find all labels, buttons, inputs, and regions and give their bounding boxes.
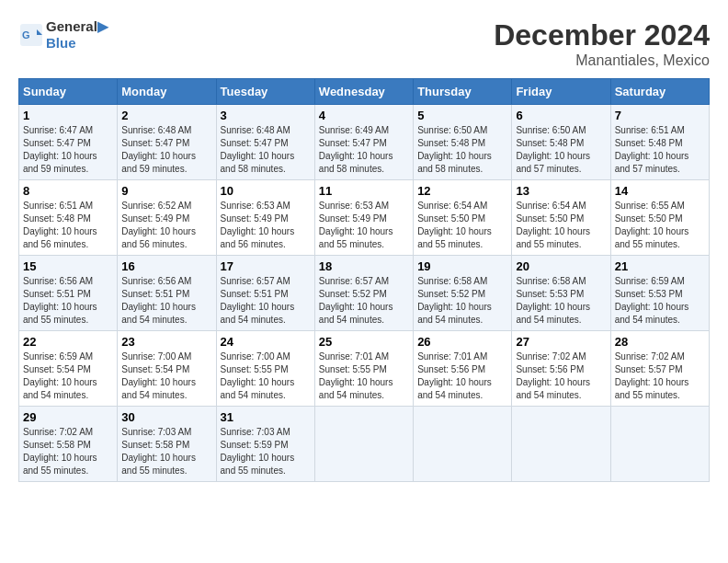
col-wednesday: Wednesday bbox=[314, 79, 413, 105]
table-row: 30 Sunrise: 7:03 AMSunset: 5:58 PMDaylig… bbox=[118, 407, 216, 482]
day-info: Sunrise: 6:59 AMSunset: 5:54 PMDaylight:… bbox=[23, 351, 97, 400]
day-number: 31 bbox=[221, 410, 311, 424]
day-info: Sunrise: 7:01 AMSunset: 5:55 PMDaylight:… bbox=[319, 351, 393, 400]
table-row: 12 Sunrise: 6:54 AMSunset: 5:50 PMDaylig… bbox=[414, 180, 512, 256]
calendar-week-row: 8 Sunrise: 6:51 AMSunset: 5:48 PMDayligh… bbox=[19, 180, 710, 256]
table-row: 4 Sunrise: 6:49 AMSunset: 5:47 PMDayligh… bbox=[314, 105, 413, 180]
svg-text:G: G bbox=[22, 29, 30, 40]
day-number: 3 bbox=[221, 109, 311, 122]
day-info: Sunrise: 6:50 AMSunset: 5:48 PMDaylight:… bbox=[417, 125, 492, 174]
day-number: 28 bbox=[615, 335, 705, 349]
day-info: Sunrise: 6:48 AMSunset: 5:47 PMDaylight:… bbox=[121, 125, 196, 174]
day-number: 7 bbox=[615, 109, 705, 122]
table-row: 17 Sunrise: 6:57 AMSunset: 5:51 PMDaylig… bbox=[216, 256, 314, 331]
day-info: Sunrise: 6:51 AMSunset: 5:48 PMDaylight:… bbox=[23, 201, 97, 249]
calendar-week-row: 1 Sunrise: 6:47 AMSunset: 5:47 PMDayligh… bbox=[19, 105, 710, 180]
day-info: Sunrise: 6:47 AMSunset: 5:47 PMDaylight:… bbox=[23, 125, 97, 174]
table-row: 20 Sunrise: 6:58 AMSunset: 5:53 PMDaylig… bbox=[512, 256, 610, 331]
day-number: 2 bbox=[121, 109, 211, 122]
day-info: Sunrise: 6:52 AMSunset: 5:49 PMDaylight:… bbox=[121, 201, 196, 249]
page-header: G General▶ Blue December 2024 Manantiale… bbox=[18, 18, 710, 69]
table-row: 5 Sunrise: 6:50 AMSunset: 5:48 PMDayligh… bbox=[414, 105, 512, 180]
day-info: Sunrise: 6:54 AMSunset: 5:50 PMDaylight:… bbox=[516, 201, 590, 249]
table-row: 15 Sunrise: 6:56 AMSunset: 5:51 PMDaylig… bbox=[19, 256, 118, 331]
page-subtitle: Manantiales, Mexico bbox=[494, 52, 710, 69]
table-row bbox=[512, 407, 610, 482]
table-row: 22 Sunrise: 6:59 AMSunset: 5:54 PMDaylig… bbox=[19, 331, 118, 407]
day-number: 26 bbox=[417, 335, 507, 349]
day-number: 23 bbox=[121, 335, 211, 349]
day-info: Sunrise: 7:03 AMSunset: 5:58 PMDaylight:… bbox=[121, 427, 196, 476]
table-row: 6 Sunrise: 6:50 AMSunset: 5:48 PMDayligh… bbox=[512, 105, 610, 180]
table-row: 16 Sunrise: 6:56 AMSunset: 5:51 PMDaylig… bbox=[118, 256, 216, 331]
col-friday: Friday bbox=[512, 79, 610, 105]
day-info: Sunrise: 6:58 AMSunset: 5:52 PMDaylight:… bbox=[417, 276, 492, 325]
day-number: 24 bbox=[221, 335, 311, 349]
day-info: Sunrise: 7:02 AMSunset: 5:58 PMDaylight:… bbox=[23, 427, 97, 476]
day-number: 27 bbox=[516, 335, 606, 349]
col-sunday: Sunday bbox=[19, 79, 118, 105]
day-info: Sunrise: 7:01 AMSunset: 5:56 PMDaylight:… bbox=[417, 351, 492, 400]
col-tuesday: Tuesday bbox=[216, 79, 314, 105]
table-row: 25 Sunrise: 7:01 AMSunset: 5:55 PMDaylig… bbox=[314, 331, 413, 407]
day-info: Sunrise: 6:55 AMSunset: 5:50 PMDaylight:… bbox=[615, 201, 689, 249]
day-number: 6 bbox=[516, 109, 606, 122]
day-info: Sunrise: 6:53 AMSunset: 5:49 PMDaylight:… bbox=[221, 201, 295, 249]
day-number: 19 bbox=[417, 259, 507, 273]
day-info: Sunrise: 6:50 AMSunset: 5:48 PMDaylight:… bbox=[516, 125, 590, 174]
day-number: 15 bbox=[23, 259, 113, 273]
table-row: 9 Sunrise: 6:52 AMSunset: 5:49 PMDayligh… bbox=[118, 180, 216, 256]
table-row: 10 Sunrise: 6:53 AMSunset: 5:49 PMDaylig… bbox=[216, 180, 314, 256]
day-info: Sunrise: 7:02 AMSunset: 5:57 PMDaylight:… bbox=[615, 351, 689, 400]
table-row: 1 Sunrise: 6:47 AMSunset: 5:47 PMDayligh… bbox=[19, 105, 118, 180]
day-number: 11 bbox=[319, 184, 409, 198]
logo: G General▶ Blue bbox=[18, 18, 108, 51]
day-info: Sunrise: 7:00 AMSunset: 5:55 PMDaylight:… bbox=[221, 351, 295, 400]
day-number: 22 bbox=[23, 335, 113, 349]
calendar-header-row: Sunday Monday Tuesday Wednesday Thursday… bbox=[19, 79, 710, 105]
table-row: 28 Sunrise: 7:02 AMSunset: 5:57 PMDaylig… bbox=[610, 331, 709, 407]
day-info: Sunrise: 6:49 AMSunset: 5:47 PMDaylight:… bbox=[319, 125, 393, 174]
table-row: 29 Sunrise: 7:02 AMSunset: 5:58 PMDaylig… bbox=[19, 407, 118, 482]
day-number: 25 bbox=[319, 335, 409, 349]
day-info: Sunrise: 6:56 AMSunset: 5:51 PMDaylight:… bbox=[23, 276, 97, 325]
day-number: 1 bbox=[23, 109, 113, 122]
page-title: December 2024 bbox=[494, 18, 710, 52]
day-info: Sunrise: 7:00 AMSunset: 5:54 PMDaylight:… bbox=[121, 351, 196, 400]
title-area: December 2024 Manantiales, Mexico bbox=[494, 18, 710, 69]
day-number: 12 bbox=[417, 184, 507, 198]
day-info: Sunrise: 6:54 AMSunset: 5:50 PMDaylight:… bbox=[417, 201, 492, 249]
day-number: 16 bbox=[121, 259, 211, 273]
table-row: 19 Sunrise: 6:58 AMSunset: 5:52 PMDaylig… bbox=[414, 256, 512, 331]
table-row bbox=[610, 407, 709, 482]
table-row: 8 Sunrise: 6:51 AMSunset: 5:48 PMDayligh… bbox=[19, 180, 118, 256]
day-number: 20 bbox=[516, 259, 606, 273]
col-thursday: Thursday bbox=[414, 79, 512, 105]
day-info: Sunrise: 6:58 AMSunset: 5:53 PMDaylight:… bbox=[516, 276, 590, 325]
table-row: 11 Sunrise: 6:53 AMSunset: 5:49 PMDaylig… bbox=[314, 180, 413, 256]
calendar-table: Sunday Monday Tuesday Wednesday Thursday… bbox=[18, 78, 710, 482]
col-saturday: Saturday bbox=[610, 79, 709, 105]
day-number: 5 bbox=[417, 109, 507, 122]
day-info: Sunrise: 6:53 AMSunset: 5:49 PMDaylight:… bbox=[319, 201, 393, 249]
day-number: 29 bbox=[23, 410, 113, 424]
table-row: 31 Sunrise: 7:03 AMSunset: 5:59 PMDaylig… bbox=[216, 407, 314, 482]
table-row: 14 Sunrise: 6:55 AMSunset: 5:50 PMDaylig… bbox=[610, 180, 709, 256]
day-info: Sunrise: 6:57 AMSunset: 5:52 PMDaylight:… bbox=[319, 276, 393, 325]
calendar-week-row: 15 Sunrise: 6:56 AMSunset: 5:51 PMDaylig… bbox=[19, 256, 710, 331]
day-number: 18 bbox=[319, 259, 409, 273]
day-number: 17 bbox=[221, 259, 311, 273]
table-row: 26 Sunrise: 7:01 AMSunset: 5:56 PMDaylig… bbox=[414, 331, 512, 407]
day-info: Sunrise: 6:57 AMSunset: 5:51 PMDaylight:… bbox=[221, 276, 295, 325]
table-row bbox=[314, 407, 413, 482]
table-row bbox=[414, 407, 512, 482]
table-row: 27 Sunrise: 7:02 AMSunset: 5:56 PMDaylig… bbox=[512, 331, 610, 407]
table-row: 13 Sunrise: 6:54 AMSunset: 5:50 PMDaylig… bbox=[512, 180, 610, 256]
calendar-week-row: 29 Sunrise: 7:02 AMSunset: 5:58 PMDaylig… bbox=[19, 407, 710, 482]
table-row: 23 Sunrise: 7:00 AMSunset: 5:54 PMDaylig… bbox=[118, 331, 216, 407]
day-number: 10 bbox=[221, 184, 311, 198]
day-number: 14 bbox=[615, 184, 705, 198]
day-number: 9 bbox=[121, 184, 211, 198]
table-row: 18 Sunrise: 6:57 AMSunset: 5:52 PMDaylig… bbox=[314, 256, 413, 331]
day-number: 21 bbox=[615, 259, 705, 273]
